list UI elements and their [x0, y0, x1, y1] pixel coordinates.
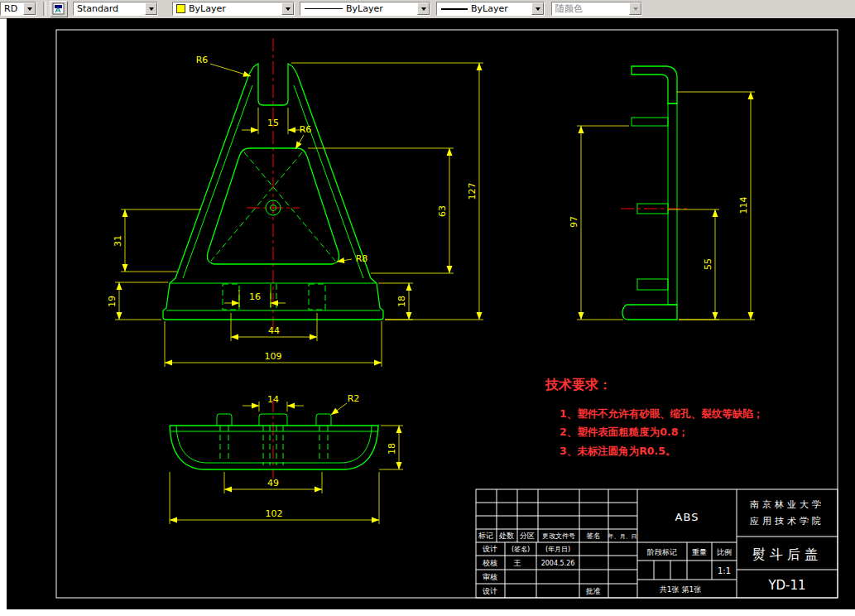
header-mark: 标记: [478, 532, 493, 540]
dim-pocket-height: 63: [437, 205, 448, 217]
audit-label: 审核: [483, 573, 497, 581]
layer-control-value: RD: [1, 3, 23, 14]
organization-line1: 南京林业大学: [750, 499, 824, 510]
layer-control-dropdown-icon[interactable]: [23, 2, 36, 15]
text-style-control[interactable]: Standard: [73, 2, 158, 16]
toolbar-separator: [43, 2, 46, 16]
check-sign: 王: [514, 559, 521, 567]
linetype-dropdown-icon[interactable]: [417, 2, 430, 15]
bottom-design-label: 设计: [483, 587, 497, 595]
color-control[interactable]: ByLayer: [172, 2, 295, 16]
dim-side-boss-height: 55: [703, 258, 713, 270]
header-change-doc: 更改文件号: [542, 532, 575, 540]
dim-overall-height: 127: [467, 183, 478, 200]
plotstyle-control: 随颜色: [551, 2, 642, 16]
dim-bottom-overall-width: 102: [266, 508, 283, 519]
design-label: 设计: [483, 545, 497, 553]
design-sign: (签名): [512, 546, 530, 553]
tech-requirement-3: 3、未标注圆角为R0.5。: [560, 445, 675, 457]
check-date: 2004.5.26: [541, 560, 575, 567]
lineweight-control-value: ByLayer: [468, 3, 531, 14]
dim-fillet-pocket: R6: [300, 124, 312, 135]
design-date: (年月日): [545, 546, 570, 553]
lineweight-control[interactable]: ByLayer: [436, 2, 545, 16]
drawing-viewport[interactable]: 15 R6 R6 127 63 31 19: [7, 18, 855, 609]
dim-rib-spacing: 49: [267, 478, 279, 488]
tech-requirements-title: 技术要求：: [545, 377, 612, 392]
style-manager-icon: [52, 2, 65, 16]
side-boss-lower: [637, 279, 668, 290]
header-count: 处数: [498, 532, 514, 540]
tech-requirements: 技术要求： 1、塑件不允许有砂眼、缩孔、裂纹等缺陷； 2、塑件表面粗糙度为0.8…: [545, 377, 763, 457]
header-date: 年、月、日: [608, 533, 637, 540]
bottom-geometry: [170, 414, 379, 469]
bylayer-lineweight-glyph: [441, 8, 468, 10]
dim-fillet-top: R6: [196, 55, 209, 65]
side-view: 97 114 55: [569, 66, 755, 320]
linetype-control-value: ByLayer: [343, 3, 417, 14]
layer-control[interactable]: RD: [0, 2, 36, 16]
dim-rim-height: 18: [396, 296, 407, 307]
top-toolbar: RD Standard ByLayer ByLayer ByLayer 随颜色: [0, 0, 855, 19]
dim-bottom-slot-width: 14: [267, 394, 279, 405]
scale-value: 1:1: [718, 566, 731, 575]
text-style-value: Standard: [74, 3, 145, 14]
tech-requirement-1: 1、塑件不允许有砂眼、缩孔、裂纹等缺陷；: [560, 407, 763, 420]
material-cell: ABS: [675, 511, 699, 523]
dim-corner-fillet: R8: [356, 253, 368, 264]
bylayer-linetype-glyph: [305, 8, 343, 9]
approve-label: 批准: [585, 587, 601, 595]
dim-boss-spacing: 44: [268, 325, 280, 336]
style-manager-button[interactable]: [50, 1, 68, 17]
dim-overall-width: 109: [265, 351, 282, 362]
header-zone: 分区: [520, 532, 535, 540]
part-name: 熨斗后盖: [752, 546, 822, 562]
dim-wall-height: 31: [113, 235, 123, 247]
drawing-canvas[interactable]: 15 R6 R6 127 63 31 19: [7, 18, 855, 609]
organization-line2: 应用技术学院: [750, 516, 824, 527]
dim-rim-depth: 18: [387, 443, 397, 455]
scale-label: 比例: [717, 548, 732, 556]
text-style-dropdown-icon[interactable]: [145, 2, 157, 15]
side-geometry: [622, 66, 677, 320]
plotstyle-dropdown-icon: [629, 2, 641, 15]
current-color-swatch: [176, 4, 185, 13]
hidden-boss-right: [309, 284, 325, 310]
weight-label: 重量: [692, 548, 707, 556]
color-control-value: ByLayer: [185, 3, 281, 14]
color-control-dropdown-icon[interactable]: [281, 2, 294, 15]
dim-side-inner-height: 97: [569, 216, 579, 228]
lineweight-dropdown-icon[interactable]: [531, 2, 544, 15]
header-sign: 签名: [587, 532, 601, 540]
stage-mark-label: 阶段标记: [647, 548, 677, 556]
tech-requirement-2: 2、塑件表面粗糙度为0.8；: [560, 426, 689, 438]
hidden-boss-left: [223, 284, 239, 310]
dim-slot-width: 15: [267, 118, 279, 128]
title-block: ABS 南京林业大学 应用技术学院 熨斗后盖 YD-11 阶段标记 重量 比例 …: [476, 489, 838, 598]
check-label: 校核: [483, 559, 497, 567]
drawing-frame: [56, 30, 838, 598]
dim-bottom-fillet: R2: [348, 393, 360, 404]
sheet-info: 共1张 第1张: [660, 585, 701, 594]
plotstyle-value: 随颜色: [552, 2, 629, 15]
dim-boss-gap: 16: [249, 291, 261, 302]
dim-side-overall-height: 114: [738, 197, 749, 214]
dim-base-height: 19: [107, 296, 118, 307]
linetype-control[interactable]: ByLayer: [300, 2, 430, 16]
drawing-number: YD-11: [767, 578, 805, 593]
front-view: 15 R6 R6 127 63 31 19: [107, 38, 483, 367]
bottom-view: 14 R2 49 18 102: [170, 393, 403, 524]
